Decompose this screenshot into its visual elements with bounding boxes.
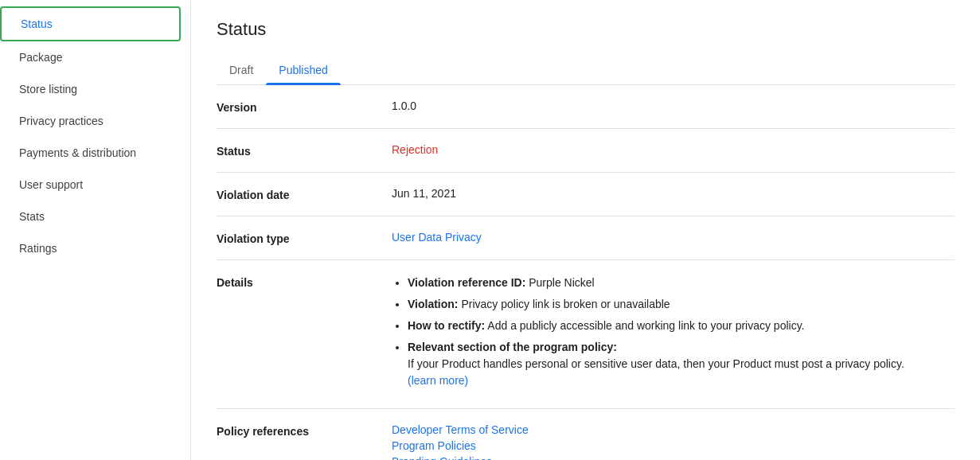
status-value: Rejection	[392, 143, 955, 156]
detail-item-3: Relevant section of the program policy: …	[408, 339, 955, 389]
detail-prefix-0: Violation reference ID:	[408, 276, 525, 289]
violation-date-value: Jun 11, 2021	[392, 187, 955, 200]
violation-type-value: User Data Privacy	[392, 231, 955, 244]
sidebar-item-stats[interactable]: Stats	[0, 201, 181, 232]
page-title: Status	[217, 19, 955, 40]
tab-draft[interactable]: Draft	[217, 56, 266, 84]
details-row: Details Violation reference ID: Purple N…	[217, 260, 955, 409]
version-label: Version	[217, 99, 392, 114]
detail-subtext-3-text: If your Product handles personal or sens…	[408, 357, 904, 370]
policy-link-1[interactable]: Program Policies	[392, 439, 955, 452]
sidebar: Status Package Store listing Privacy pra…	[0, 0, 191, 460]
learn-more-link[interactable]: (learn more)	[408, 374, 468, 387]
detail-prefix-2: How to rectify:	[408, 319, 485, 332]
detail-text-1: Privacy policy link is broken or unavail…	[459, 298, 670, 310]
sidebar-item-payments-distribution[interactable]: Payments & distribution	[0, 137, 181, 169]
violation-date-label: Violation date	[217, 187, 392, 201]
policy-references-row: Policy references Developer Terms of Ser…	[217, 409, 955, 460]
status-row: Status Rejection	[217, 129, 955, 173]
violation-type-label: Violation type	[217, 231, 392, 245]
sidebar-item-store-listing[interactable]: Store listing	[0, 73, 181, 105]
sidebar-item-ratings[interactable]: Ratings	[0, 232, 181, 264]
details-label: Details	[217, 275, 392, 289]
policy-references-label: Policy references	[217, 423, 392, 438]
detail-text-0: Purple Nickel	[525, 276, 594, 289]
status-label: Status	[217, 143, 392, 158]
details-value: Violation reference ID: Purple Nickel Vi…	[392, 275, 955, 394]
detail-item-2: How to rectify: Add a publicly accessibl…	[408, 318, 955, 334]
detail-subtext-3: If your Product handles personal or sens…	[408, 356, 955, 389]
detail-item-1: Violation: Privacy policy link is broken…	[408, 296, 955, 313]
detail-prefix-3: Relevant section of the program policy:	[408, 341, 617, 353]
policy-link-2[interactable]: Branding Guidelines	[392, 455, 955, 460]
violation-type-row: Violation type User Data Privacy	[217, 216, 955, 260]
sidebar-item-privacy-practices[interactable]: Privacy practices	[0, 105, 181, 137]
sidebar-item-package[interactable]: Package	[0, 41, 181, 73]
details-list: Violation reference ID: Purple Nickel Vi…	[392, 275, 955, 389]
version-value: 1.0.0	[392, 99, 955, 112]
policy-references-value: Developer Terms of Service Program Polic…	[392, 423, 955, 460]
violation-date-row: Violation date Jun 11, 2021	[217, 173, 955, 216]
detail-text-2: Add a publicly accessible and working li…	[485, 319, 804, 332]
policy-link-0[interactable]: Developer Terms of Service	[392, 423, 955, 436]
detail-item-0: Violation reference ID: Purple Nickel	[408, 275, 955, 291]
sidebar-item-status[interactable]: Status	[0, 6, 181, 41]
main-content: Status Draft Published Version 1.0.0 Sta…	[191, 0, 980, 460]
status-content: Version 1.0.0 Status Rejection Violation…	[217, 85, 955, 460]
sidebar-item-user-support[interactable]: User support	[0, 169, 181, 201]
violation-type-link[interactable]: User Data Privacy	[392, 231, 482, 244]
detail-prefix-1: Violation:	[408, 298, 459, 310]
version-row: Version 1.0.0	[217, 85, 955, 129]
tab-published[interactable]: Published	[266, 56, 341, 84]
tabs-container: Draft Published	[217, 56, 955, 85]
